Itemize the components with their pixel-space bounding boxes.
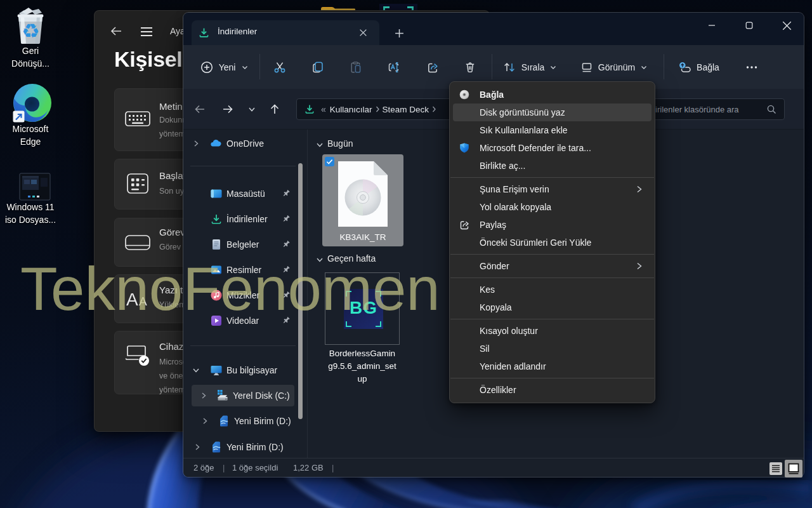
status-separator: | xyxy=(223,463,225,472)
minimize-icon xyxy=(708,22,716,29)
sidebar-item-label: Bu bilgisayar xyxy=(226,365,277,375)
breadcrumb-users[interactable]: Kullanıcılar xyxy=(330,105,372,114)
copy-button[interactable] xyxy=(305,55,331,80)
sidebar-item-downloads[interactable]: İndirilenler xyxy=(183,208,309,230)
rename-button[interactable] xyxy=(381,55,407,80)
menu-item-label: Kısayol oluştur xyxy=(480,326,538,336)
desktop-label: Windows 11 iso Dosyas... xyxy=(0,201,61,226)
breadcrumb-steam-deck[interactable]: Steam Deck xyxy=(383,105,429,114)
watermark-text: TeknoFenomen xyxy=(20,254,440,324)
menu-item-cut[interactable]: Kes xyxy=(453,281,652,298)
menu-item-delete[interactable]: Sil xyxy=(453,340,652,358)
tab-close-icon[interactable] xyxy=(359,29,367,37)
chevron-right-icon[interactable] xyxy=(192,140,200,147)
menu-item-share[interactable]: Paylaş xyxy=(453,216,652,234)
share-icon xyxy=(459,219,470,231)
menu-item-add-to-favorites[interactable]: Sık Kullanılanlara ekle xyxy=(453,121,652,139)
maximize-icon xyxy=(745,22,753,29)
tab-downloads[interactable]: İndirilenler xyxy=(192,20,379,45)
settings-card-title: Başlat xyxy=(159,170,186,181)
menu-item-restore-previous-versions[interactable]: Önceki Sürümleri Geri Yükle xyxy=(453,234,652,251)
menu-item-label: Microsoft Defender ile tara... xyxy=(480,143,591,153)
desktop-label-line: Dönüşü... xyxy=(0,57,61,70)
menu-separator xyxy=(450,319,654,319)
chevron-down-icon[interactable] xyxy=(192,366,200,374)
nav-forward-button[interactable] xyxy=(217,98,239,120)
menu-item-open-with[interactable]: Birlikte aç... xyxy=(453,157,652,175)
close-button[interactable] xyxy=(772,16,801,35)
disc-icon xyxy=(459,89,470,100)
desktop-icon-microsoft-edge[interactable]: Microsoft Edge xyxy=(0,83,61,148)
maximize-button[interactable] xyxy=(735,16,764,35)
menu-item-give-access[interactable]: Şuna Erişim verin xyxy=(453,180,652,198)
new-button[interactable]: Yeni xyxy=(193,55,256,80)
menu-item-copy-as-path[interactable]: Yol olarak kopyala xyxy=(453,198,652,216)
sd-card-icon xyxy=(210,441,223,453)
desktop-icon-recycle-bin[interactable]: ♻ Geri Dönüşü... xyxy=(0,6,61,70)
chevron-right-icon[interactable] xyxy=(200,392,207,399)
status-separator: | xyxy=(332,463,334,472)
chevron-right-icon[interactable] xyxy=(193,443,201,451)
pin-icon xyxy=(282,241,291,249)
menu-separator xyxy=(450,378,654,378)
share-icon xyxy=(426,61,439,74)
details-view-icon xyxy=(771,464,780,473)
sidebar-item-new-volume-d1[interactable]: Yeni Birim (D:) xyxy=(183,410,309,432)
view-thumbnails-button[interactable] xyxy=(785,460,802,478)
pin-icon xyxy=(282,190,291,198)
new-tab-icon[interactable] xyxy=(395,29,404,38)
menu-item-label: Yol olarak kopyala xyxy=(480,202,551,212)
file-checkbox[interactable] xyxy=(325,157,334,166)
arrow-left-icon xyxy=(194,104,206,115)
sidebar-item-onedrive[interactable]: OneDrive xyxy=(183,133,309,154)
share-button[interactable] xyxy=(420,55,445,80)
nav-back-button[interactable] xyxy=(189,98,211,120)
view-button[interactable]: Görünüm xyxy=(577,55,652,80)
paste-button[interactable] xyxy=(343,55,369,80)
file-item-kb3aik[interactable]: KB3AIK_TR xyxy=(322,154,403,246)
desktop-icon-windows11-iso[interactable]: Windows 11 iso Dosyas... xyxy=(0,173,61,226)
hamburger-menu-icon[interactable] xyxy=(140,27,153,37)
menu-item-copy[interactable]: Kopyala xyxy=(453,298,652,316)
sidebar-item-label: Yeni Birim (D:) xyxy=(226,442,284,452)
menu-item-scan-with-defender[interactable]: Microsoft Defender ile tara... xyxy=(453,139,652,157)
sort-button[interactable]: Sırala xyxy=(499,55,560,80)
chevron-down-icon xyxy=(248,105,256,113)
menu-item-send-to[interactable]: Gönder xyxy=(453,257,652,275)
view-details-button[interactable] xyxy=(769,462,782,475)
desktop-label-line: Geri xyxy=(0,44,61,57)
menu-item-burn-disc-image[interactable]: Disk görüntüsünü yaz xyxy=(453,104,652,121)
search-box[interactable]: İndirilenler klasöründe ara xyxy=(636,98,785,120)
nav-recent-button[interactable] xyxy=(241,98,263,120)
menu-item-properties[interactable]: Özellikler xyxy=(453,381,652,399)
cut-button[interactable] xyxy=(267,55,292,80)
delete-button[interactable] xyxy=(457,55,483,80)
chevron-right-icon[interactable] xyxy=(201,417,209,425)
menu-item-label: Sil xyxy=(480,344,490,354)
menu-item-rename[interactable]: Yeniden adlandır xyxy=(453,358,652,375)
chevron-down-icon[interactable] xyxy=(316,141,324,149)
menu-item-label: Özellikler xyxy=(480,385,516,395)
menu-item-create-shortcut[interactable]: Kısayol oluştur xyxy=(453,322,652,340)
minimize-button[interactable] xyxy=(697,16,726,35)
thumbnail-view-icon xyxy=(787,462,800,475)
sidebar-item-new-volume-d2[interactable]: Yeni Birim (D:) xyxy=(183,436,309,458)
mount-button[interactable]: Bağla xyxy=(669,55,728,80)
sidebar-item-this-pc[interactable]: Bu bilgisayar xyxy=(183,359,309,381)
menu-item-label: Gönder xyxy=(480,261,509,271)
menu-item-mount[interactable]: Bağla xyxy=(453,86,652,104)
tab-title: İndirilenler xyxy=(218,27,257,36)
back-icon[interactable] xyxy=(110,25,122,37)
menu-item-label: Paylaş xyxy=(480,220,506,230)
sidebar-item-documents[interactable]: Belgeler xyxy=(183,234,309,255)
nav-up-button[interactable] xyxy=(264,98,285,120)
arrow-up-icon xyxy=(269,104,280,115)
menu-item-label: Kopyala xyxy=(480,302,512,312)
see-more-button[interactable] xyxy=(739,55,764,80)
sidebar-item-local-disk-c[interactable]: Yerel Disk (C:) xyxy=(183,385,309,406)
breadcrumb-collapsed[interactable]: « xyxy=(321,104,330,114)
sidebar-item-desktop[interactable]: Masaüstü xyxy=(183,183,309,204)
download-icon xyxy=(199,27,209,38)
group-header-today[interactable]: Bugün xyxy=(327,138,353,149)
menu-item-label: Disk görüntüsünü yaz xyxy=(480,107,565,117)
